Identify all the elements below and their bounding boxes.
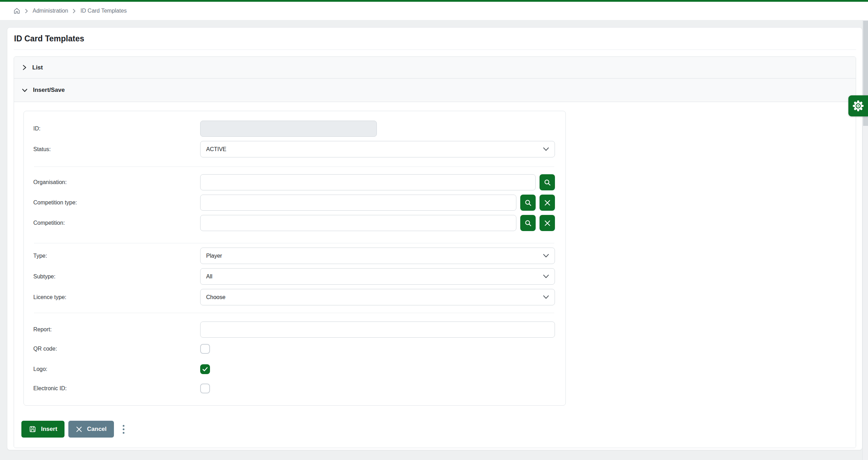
check-icon	[202, 367, 208, 372]
competition-type-search-button[interactable]	[520, 195, 536, 211]
breadcrumb-item-administration[interactable]: Administration	[33, 8, 68, 14]
accordion-header-list[interactable]: List	[14, 57, 856, 79]
cancel-button-label: Cancel	[87, 426, 107, 433]
status-select[interactable]: ACTIVE	[200, 141, 555, 157]
vertical-scrollbar[interactable]	[862, 20, 868, 460]
form-row-logo: Logo:	[33, 364, 555, 374]
insert-button-label: Insert	[41, 426, 57, 433]
type-select[interactable]: Player	[200, 248, 555, 264]
form-row-report: Report:	[33, 322, 555, 338]
kebab-menu-icon	[123, 425, 124, 427]
cancel-button[interactable]: Cancel	[68, 421, 114, 438]
chevron-down-icon	[543, 254, 549, 258]
insert-save-panel: ID: Status: ACTIVE	[14, 102, 856, 448]
search-icon	[544, 179, 551, 186]
more-actions-button[interactable]	[120, 423, 127, 436]
form-row-qr-code: QR code:	[33, 344, 555, 354]
search-icon	[524, 219, 532, 227]
type-select-value: Player	[206, 253, 222, 259]
logo-checkbox[interactable]	[200, 364, 210, 374]
section-divider	[34, 243, 554, 243]
licence-type-label: Licence type:	[33, 294, 200, 300]
competition-type-label: Competition type:	[33, 199, 200, 206]
form-row-electronic-id: Electronic ID:	[33, 384, 555, 393]
status-label: Status:	[33, 146, 200, 153]
organisation-search-button[interactable]	[540, 174, 555, 190]
form-row-competition: Competition:	[33, 215, 555, 231]
form-row-status: Status: ACTIVE	[33, 141, 555, 157]
licence-type-select[interactable]: Choose	[200, 289, 555, 305]
home-icon[interactable]	[13, 7, 20, 14]
page-content: ID Card Templates List Insert/Save ID:	[0, 20, 862, 450]
subtype-select-value: All	[206, 273, 212, 280]
accordion-header-insert-save[interactable]: Insert/Save	[14, 79, 856, 102]
subtype-label: Subtype:	[33, 273, 200, 280]
breadcrumb-item-id-card-templates[interactable]: ID Card Templates	[80, 8, 127, 14]
chevron-down-icon	[22, 88, 28, 93]
form-row-licence-type: Licence type: Choose	[33, 289, 555, 305]
id-field	[200, 121, 377, 137]
kebab-menu-icon	[123, 432, 124, 434]
chevron-down-icon	[543, 295, 549, 299]
chevron-down-icon	[543, 147, 549, 151]
type-label: Type:	[33, 253, 200, 259]
accordion: List Insert/Save ID: Sta	[14, 56, 856, 448]
report-label: Report:	[33, 326, 200, 333]
form-row-id: ID:	[33, 121, 555, 137]
kebab-menu-icon	[123, 428, 124, 430]
settings-flyout-button[interactable]	[848, 95, 868, 116]
qr-code-label: QR code:	[33, 346, 200, 352]
organisation-label: Organisation:	[33, 179, 200, 185]
form-row-type: Type: Player	[33, 248, 555, 264]
accordion-label-insert-save: Insert/Save	[33, 87, 65, 94]
close-icon	[544, 220, 551, 226]
form-row-competition-type: Competition type:	[33, 195, 555, 211]
competition-clear-button[interactable]	[540, 215, 555, 231]
main-card: ID Card Templates List Insert/Save ID:	[7, 27, 862, 450]
organisation-field[interactable]	[200, 174, 536, 190]
qr-code-checkbox[interactable]	[200, 344, 210, 354]
page-title: ID Card Templates	[14, 33, 856, 44]
licence-type-select-value: Choose	[206, 294, 225, 300]
save-icon	[29, 425, 36, 433]
status-select-value: ACTIVE	[206, 146, 226, 153]
competition-type-field[interactable]	[200, 195, 516, 211]
accordion-label-list: List	[32, 64, 43, 71]
report-field[interactable]	[200, 322, 555, 338]
form-row-organisation: Organisation:	[33, 174, 555, 190]
form-row-subtype: Subtype: All	[33, 268, 555, 285]
insert-button[interactable]: Insert	[21, 421, 65, 438]
electronic-id-checkbox[interactable]	[200, 384, 210, 393]
close-icon	[544, 199, 551, 206]
competition-field[interactable]	[200, 215, 516, 231]
close-icon	[76, 426, 82, 433]
subtype-select[interactable]: All	[200, 268, 555, 285]
search-icon	[524, 199, 532, 207]
chevron-right-icon	[25, 9, 28, 13]
breadcrumb: Administration ID Card Templates	[0, 2, 868, 20]
electronic-id-label: Electronic ID:	[33, 385, 200, 392]
section-divider	[34, 313, 554, 313]
competition-search-button[interactable]	[520, 215, 536, 231]
top-accent-bar	[0, 0, 868, 2]
competition-type-clear-button[interactable]	[540, 195, 555, 211]
chevron-right-icon	[22, 65, 27, 70]
gear-icon	[852, 100, 864, 112]
id-label: ID:	[33, 126, 200, 132]
form-card: ID: Status: ACTIVE	[23, 111, 566, 406]
competition-label: Competition:	[33, 220, 200, 226]
chevron-right-icon	[73, 9, 76, 13]
form-actions: Insert Cancel	[21, 421, 849, 438]
chevron-down-icon	[543, 275, 549, 278]
section-divider	[34, 167, 554, 167]
logo-label: Logo:	[33, 366, 200, 372]
title-divider	[14, 49, 856, 50]
